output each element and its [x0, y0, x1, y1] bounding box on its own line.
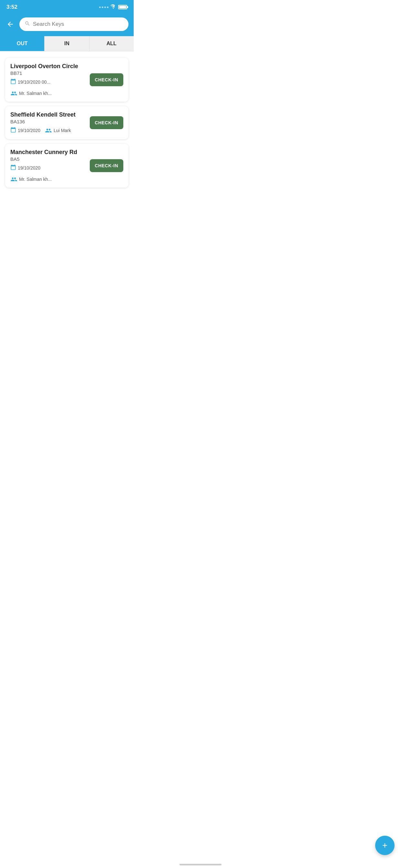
meta-date: 19/10/2020 00...	[10, 79, 50, 86]
checkin-button[interactable]: CHECK-IN	[90, 159, 123, 172]
card-person: Mr. Salman kh...	[19, 177, 52, 182]
meta-person: Mr. Salman kh...	[10, 90, 52, 97]
tab-all[interactable]: ALL	[89, 36, 134, 51]
card-meta: 19/10/2020 Lui Mark	[10, 127, 86, 134]
card-person: Lui Mark	[54, 128, 71, 133]
calendar-icon	[10, 127, 16, 134]
card-code: BA5	[10, 156, 86, 162]
back-button[interactable]	[5, 19, 16, 29]
card-code: BA136	[10, 119, 86, 124]
status-bar: 3:52	[0, 0, 134, 14]
meta-date: 19/10/2020	[10, 164, 40, 172]
key-list: Liverpool Overton Circle BB71 19/10/2020…	[0, 51, 134, 194]
card-meta: 19/10/2020 00... Mr. Salman kh...	[10, 79, 86, 97]
card-info: Manchester Cunnery Rd BA5 19/10/2020	[10, 149, 86, 182]
people-icon	[10, 176, 18, 182]
card-title: Sheffield Kendell Street	[10, 112, 86, 118]
list-item: Liverpool Overton Circle BB71 19/10/2020…	[5, 58, 128, 102]
search-icon	[25, 21, 30, 28]
battery-icon	[118, 5, 127, 9]
card-info: Liverpool Overton Circle BB71 19/10/2020…	[10, 63, 86, 97]
header	[0, 14, 134, 36]
status-icons	[99, 4, 127, 10]
calendar-icon	[10, 164, 16, 172]
meta-date: 19/10/2020	[10, 127, 40, 134]
search-input[interactable]	[33, 21, 123, 27]
card-date: 19/10/2020	[18, 165, 40, 170]
card-date: 19/10/2020 00...	[18, 80, 50, 85]
card-meta: 19/10/2020 Mr. Salman kh...	[10, 164, 86, 182]
svg-point-0	[113, 8, 114, 9]
card-date: 19/10/2020	[18, 128, 40, 133]
list-item: Sheffield Kendell Street BA136 19/10/202…	[5, 106, 128, 139]
tab-bar: OUT IN ALL	[0, 36, 134, 51]
wifi-icon	[111, 4, 116, 10]
search-bar[interactable]	[19, 18, 128, 31]
calendar-icon	[10, 79, 16, 86]
meta-person: Lui Mark	[45, 127, 71, 134]
checkin-button[interactable]: CHECK-IN	[90, 73, 123, 86]
card-info: Sheffield Kendell Street BA136 19/10/202…	[10, 112, 86, 134]
card-title: Liverpool Overton Circle	[10, 63, 86, 70]
people-icon	[10, 90, 18, 97]
checkin-button[interactable]: CHECK-IN	[90, 116, 123, 129]
signal-icon	[99, 6, 109, 8]
list-item: Manchester Cunnery Rd BA5 19/10/2020	[5, 144, 128, 188]
tab-out[interactable]: OUT	[0, 36, 44, 51]
card-person: Mr. Salman kh...	[19, 91, 52, 96]
status-time: 3:52	[6, 4, 18, 10]
card-title: Manchester Cunnery Rd	[10, 149, 86, 156]
meta-person: Mr. Salman kh...	[10, 176, 52, 182]
people-icon	[45, 127, 52, 134]
tab-in[interactable]: IN	[44, 36, 89, 51]
card-code: BB71	[10, 70, 86, 76]
